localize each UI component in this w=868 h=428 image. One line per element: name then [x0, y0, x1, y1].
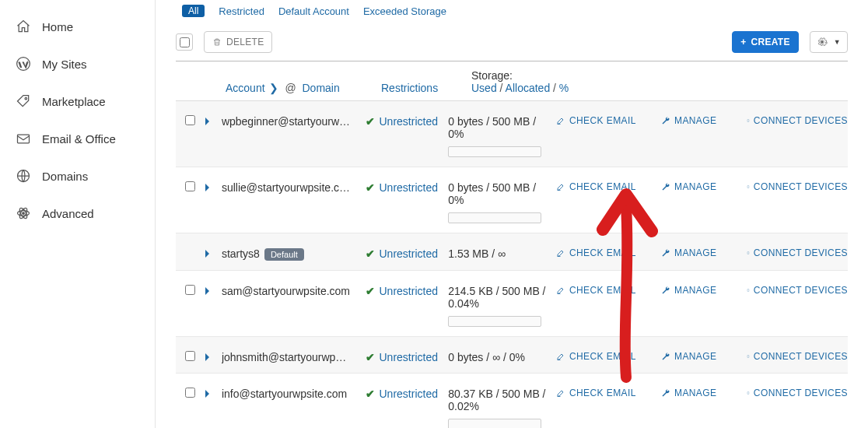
- sidebar-item-domains[interactable]: Domains: [0, 157, 155, 195]
- check-email-link[interactable]: CHECK EMAIL: [556, 388, 638, 398]
- manage-link[interactable]: MANAGE: [661, 351, 723, 362]
- sidebar-item-mysites[interactable]: My Sites: [0, 45, 155, 82]
- expand-toggle[interactable]: [205, 246, 222, 258]
- filter-tab-restricted[interactable]: Restricted: [219, 5, 264, 17]
- check-email-link[interactable]: CHECK EMAIL: [556, 351, 638, 362]
- svg-rect-15: [747, 289, 749, 292]
- connect-devices-link[interactable]: CONNECT DEVICES: [747, 351, 848, 362]
- column-domain[interactable]: Domain: [302, 82, 339, 94]
- restriction-value[interactable]: Unrestricted: [380, 388, 438, 400]
- sidebar-item-advanced[interactable]: Advanced: [0, 195, 155, 232]
- expand-toggle[interactable]: [205, 180, 222, 192]
- storage-bar: [448, 419, 541, 428]
- account-email: info@startyourwpsite.com: [222, 388, 347, 400]
- connect-devices-link[interactable]: CONNECT DEVICES: [747, 285, 848, 296]
- check-email-link[interactable]: CHECK EMAIL: [556, 181, 638, 192]
- storage-cell: 0 bytes / ∞ / 0%: [448, 349, 556, 363]
- sidebar-item-marketplace[interactable]: Marketplace: [0, 82, 155, 120]
- sidebar-item-label: Email & Office: [42, 132, 116, 146]
- manage-link[interactable]: MANAGE: [661, 285, 723, 296]
- column-storage-used[interactable]: Used: [471, 82, 497, 94]
- manage-link[interactable]: MANAGE: [661, 181, 723, 192]
- account-email: johnsmith@startyourwp…: [222, 351, 347, 363]
- expand-toggle[interactable]: [205, 349, 222, 362]
- storage-text: 0 bytes / 500 MB / 0%: [448, 115, 548, 140]
- storage-bar: [448, 146, 541, 157]
- table-row: info@startyourwpsite.com ✔ Unrestricted …: [176, 374, 848, 428]
- connect-devices-link[interactable]: CONNECT DEVICES: [747, 247, 848, 258]
- account-email: startys8: [222, 247, 260, 260]
- row-checkbox[interactable]: [185, 181, 195, 191]
- row-checkbox[interactable]: [185, 115, 195, 125]
- expand-toggle[interactable]: [205, 283, 222, 296]
- check-email-link[interactable]: CHECK EMAIL: [556, 285, 638, 296]
- filter-tab-exceeded[interactable]: Exceeded Storage: [363, 5, 446, 17]
- svg-point-1: [25, 97, 27, 100]
- table-row: wpbeginner@startyourw… ✔ Unrestricted 0 …: [176, 101, 848, 167]
- restriction-value[interactable]: Unrestricted: [380, 115, 438, 128]
- storage-text: 0 bytes / 500 MB / 0%: [448, 181, 548, 206]
- manage-link[interactable]: MANAGE: [661, 247, 723, 258]
- row-checkbox[interactable]: [185, 285, 195, 295]
- svg-rect-13: [747, 252, 749, 254]
- restriction-value[interactable]: Unrestricted: [380, 351, 438, 363]
- check-icon: ✔: [366, 181, 375, 194]
- storage-cell: 0 bytes / 500 MB / 0%: [448, 114, 556, 157]
- column-storage-percent[interactable]: %: [559, 82, 569, 94]
- account-email: sullie@startyourwpsite.c…: [222, 181, 350, 194]
- svg-rect-17: [747, 356, 749, 358]
- connect-devices-link[interactable]: CONNECT DEVICES: [747, 181, 848, 192]
- check-icon: ✔: [366, 285, 375, 297]
- table-row: sullie@startyourwpsite.c… ✔ Unrestricted…: [176, 167, 848, 233]
- storage-text: 214.5 KB / 500 MB / 0.04%: [448, 285, 548, 310]
- account-cell: startys8Default: [222, 246, 366, 261]
- expand-toggle[interactable]: [205, 386, 222, 398]
- restriction-cell: ✔ Unrestricted: [366, 114, 449, 128]
- account-cell: sullie@startyourwpsite.c…: [222, 180, 366, 194]
- filter-tab-all[interactable]: All: [182, 5, 205, 17]
- create-button[interactable]: + CREATE: [732, 31, 799, 53]
- sidebar-item-email[interactable]: Email & Office: [0, 120, 155, 157]
- sidebar-item-label: My Sites: [42, 58, 87, 71]
- row-checkbox[interactable]: [185, 388, 195, 398]
- check-icon: ✔: [366, 351, 375, 363]
- sidebar-item-label: Home: [42, 20, 73, 33]
- globe-icon: [16, 168, 31, 184]
- restriction-value[interactable]: Unrestricted: [380, 181, 438, 194]
- storage-cell: 214.5 KB / 500 MB / 0.04%: [448, 283, 556, 327]
- delete-button[interactable]: DELETE: [204, 31, 272, 53]
- select-all-checkbox[interactable]: [176, 33, 193, 51]
- check-email-link[interactable]: CHECK EMAIL: [556, 115, 638, 126]
- manage-link[interactable]: MANAGE: [661, 115, 723, 126]
- column-storage-allocated[interactable]: Allocated: [506, 82, 551, 94]
- mail-icon: [16, 131, 31, 146]
- manage-link[interactable]: MANAGE: [661, 388, 723, 398]
- filter-tabs: All Restricted Default Account Exceeded …: [176, 0, 848, 28]
- restriction-cell: ✔ Unrestricted: [366, 246, 449, 260]
- account-cell: info@startyourwpsite.com: [222, 386, 366, 400]
- expand-toggle[interactable]: [205, 114, 222, 126]
- storage-cell: 0 bytes / 500 MB / 0%: [448, 180, 556, 223]
- sidebar-item-home[interactable]: Home: [0, 8, 155, 45]
- check-icon: ✔: [366, 115, 375, 128]
- restriction-value[interactable]: Unrestricted: [380, 247, 438, 260]
- column-restrictions[interactable]: Restrictions: [381, 82, 438, 94]
- settings-button[interactable]: ▼: [810, 31, 848, 53]
- check-email-link[interactable]: CHECK EMAIL: [556, 247, 638, 258]
- caret-down-icon: ▼: [834, 38, 841, 46]
- restriction-value[interactable]: Unrestricted: [380, 285, 438, 297]
- connect-devices-link[interactable]: CONNECT DEVICES: [747, 388, 848, 398]
- atom-icon: [16, 205, 31, 221]
- storage-cell: 80.37 KB / 500 MB / 0.02%: [448, 386, 556, 428]
- filter-tab-default[interactable]: Default Account: [278, 5, 349, 17]
- row-checkbox[interactable]: [185, 351, 195, 361]
- storage-cell: 1.53 MB / ∞: [448, 246, 556, 260]
- column-account[interactable]: Account: [226, 82, 265, 94]
- connect-devices-link[interactable]: CONNECT DEVICES: [747, 115, 848, 126]
- toolbar: DELETE + CREATE ▼: [176, 28, 848, 61]
- restriction-cell: ✔ Unrestricted: [366, 386, 449, 400]
- account-email: wpbeginner@startyourw…: [222, 115, 350, 128]
- check-icon: ✔: [366, 388, 375, 400]
- restriction-cell: ✔ Unrestricted: [366, 283, 449, 297]
- svg-rect-19: [747, 392, 749, 395]
